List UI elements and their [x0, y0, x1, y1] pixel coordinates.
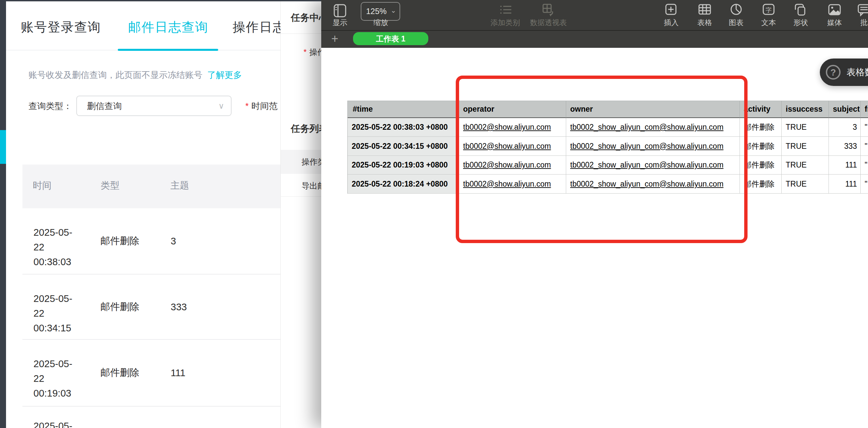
cell-subject[interactable]: 333	[829, 137, 861, 156]
col-header-time: 时间	[33, 179, 52, 192]
cell-subject: 3	[170, 236, 176, 247]
zoom-value: 125%	[366, 7, 386, 16]
sheet-tab-active[interactable]: 工作表 1	[353, 32, 428, 45]
cell-time: 2025-05- 22 00:19:03	[33, 357, 97, 401]
shape-icon[interactable]	[794, 3, 808, 18]
cell-type: 邮件删除	[100, 234, 139, 248]
column-header-issuccess[interactable]: issuccess	[782, 101, 829, 118]
task-center-title: 任务中心	[291, 11, 321, 24]
cell-from[interactable]: "	[861, 118, 868, 137]
cell-subject: 333	[170, 301, 187, 312]
chart-icon[interactable]	[729, 3, 744, 18]
cell-from[interactable]: "	[861, 137, 868, 156]
table-icon[interactable]	[698, 3, 712, 18]
col-header-type: 类型	[101, 179, 120, 192]
sidebar-active-indicator[interactable]	[0, 130, 6, 164]
chart-button[interactable]: 图表	[729, 18, 744, 28]
column-header-time[interactable]: #time	[348, 101, 459, 118]
cell-subject[interactable]: 111	[829, 156, 861, 174]
query-type-value: 删信查询	[87, 100, 122, 112]
log-table-header: 时间 类型 主题	[23, 165, 321, 208]
insert-button[interactable]: 插入	[664, 18, 679, 28]
cell-time[interactable]: 2025-05-22 00:34:15 +0800	[348, 137, 459, 156]
add-sheet-button[interactable]: +	[331, 31, 338, 48]
table-row: 2025-05- 22 00:38:03 邮件删除 3	[23, 208, 321, 274]
col-header-subject: 主题	[170, 179, 189, 192]
tab-account-login-query[interactable]: 账号登录查询	[21, 19, 101, 36]
text-icon[interactable]: 字	[761, 3, 776, 18]
task-list-title: 任务列表	[291, 122, 321, 135]
required-asterisk: *	[245, 101, 249, 111]
cell-issuccess[interactable]: TRUE	[782, 118, 829, 137]
task-list-row: 导出邮	[302, 180, 321, 191]
annotation-rectangle	[456, 75, 747, 243]
comment-button[interactable]: 批	[860, 18, 868, 28]
help-pill[interactable]: ? 表格数	[820, 59, 868, 86]
required-asterisk: *	[304, 47, 307, 57]
active-tab-underline	[118, 49, 218, 51]
help-pill-text: 表格数	[846, 66, 868, 78]
table-row: 2025-05- 22 00:19:03 邮件删除 111	[23, 340, 321, 406]
cell-subject[interactable]: 111	[829, 174, 861, 194]
time-range-label: *时间范	[245, 100, 277, 112]
left-sidebar-rail	[0, 0, 6, 428]
view-panel-icon[interactable]	[333, 3, 347, 18]
task-form-row: *操作	[304, 47, 321, 58]
pivot-table-icon[interactable]	[540, 3, 555, 18]
cell-time: 2025-05- 22 00:38:03	[33, 225, 97, 269]
cell-subject: 111	[170, 367, 185, 378]
table-row: 2025-05- 22 00:34:15 邮件删除 333	[23, 274, 321, 340]
cell-time[interactable]: 2025-05-22 00:38:03 +0800	[348, 118, 459, 137]
table-button[interactable]: 表格	[698, 18, 712, 28]
chevron-down-icon: ⌄	[391, 6, 396, 14]
tab-operation-log[interactable]: 操作日志	[232, 19, 286, 36]
add-category-button[interactable]: 添加类别	[491, 18, 520, 28]
cell-issuccess[interactable]: TRUE	[782, 137, 829, 156]
cell-from[interactable]: "	[861, 174, 868, 194]
sheet-tab-bar: + 工作表 1	[321, 31, 868, 48]
cell-time: 2025-05- 22 00:34:15	[33, 291, 97, 335]
cell-from[interactable]: "	[861, 156, 868, 174]
cell-subject[interactable]: 3	[829, 118, 861, 137]
learn-more-link[interactable]: 了解更多	[207, 70, 242, 80]
query-type-label: 查询类型：	[28, 100, 72, 112]
help-icon: ?	[826, 65, 841, 79]
comment-icon[interactable]	[857, 3, 868, 18]
chevron-down-icon: ∨	[218, 101, 224, 111]
column-header-from[interactable]: fr	[861, 101, 868, 118]
svg-text:字: 字	[766, 7, 772, 13]
divider	[281, 33, 321, 34]
table-row: 2025-05-	[23, 406, 321, 428]
divider	[281, 196, 321, 197]
cell-issuccess[interactable]: TRUE	[782, 156, 829, 174]
insert-icon[interactable]	[664, 3, 679, 18]
text-button[interactable]: 文本	[761, 18, 776, 28]
screen: 账号登录查询 邮件日志查询 操作日志 账号收发及删信查询，此页面不显示冻结账号了…	[0, 0, 868, 428]
view-button[interactable]: 显示	[333, 18, 347, 28]
query-type-select[interactable]: 删信查询 ∨	[76, 96, 231, 116]
cell-type: 邮件删除	[100, 300, 139, 314]
media-button[interactable]: 媒体	[827, 18, 842, 28]
page-notice: 账号收发及删信查询，此页面不显示冻结账号了解更多	[28, 69, 242, 81]
cell-type: 邮件删除	[100, 366, 139, 380]
sheet-tab-label: 工作表 1	[376, 33, 405, 44]
column-header-subject[interactable]: subject	[829, 101, 861, 118]
media-icon[interactable]	[827, 3, 842, 18]
zoom-label: 缩放	[373, 18, 388, 28]
task-list-header-row: 操作类	[281, 150, 321, 174]
shape-button[interactable]: 形状	[794, 18, 808, 28]
cell-time[interactable]: 2025-05-22 00:18:24 +0800	[348, 174, 459, 194]
cell-issuccess[interactable]: TRUE	[782, 174, 829, 194]
cell-time: 2025-05-	[33, 419, 97, 428]
numbers-toolbar: 显示 125% ⌄ 缩放 添加类别 数据透视表 插入	[321, 0, 868, 30]
top-window-edge	[0, 0, 321, 1]
notice-text: 账号收发及删信查询，此页面不显示冻结账号	[28, 70, 203, 80]
pivot-table-button[interactable]: 数据透视表	[530, 18, 567, 28]
tab-mail-log-query[interactable]: 邮件日志查询	[128, 19, 209, 36]
mail-admin-page: 账号登录查询 邮件日志查询 操作日志 账号收发及删信查询，此页面不显示冻结账号了…	[0, 0, 321, 428]
task-center-panel: 任务中心 *操作 任务列表 操作类 导出邮	[280, 0, 321, 428]
add-category-icon[interactable]	[499, 3, 513, 18]
cell-time[interactable]: 2025-05-22 00:19:03 +0800	[348, 156, 459, 174]
